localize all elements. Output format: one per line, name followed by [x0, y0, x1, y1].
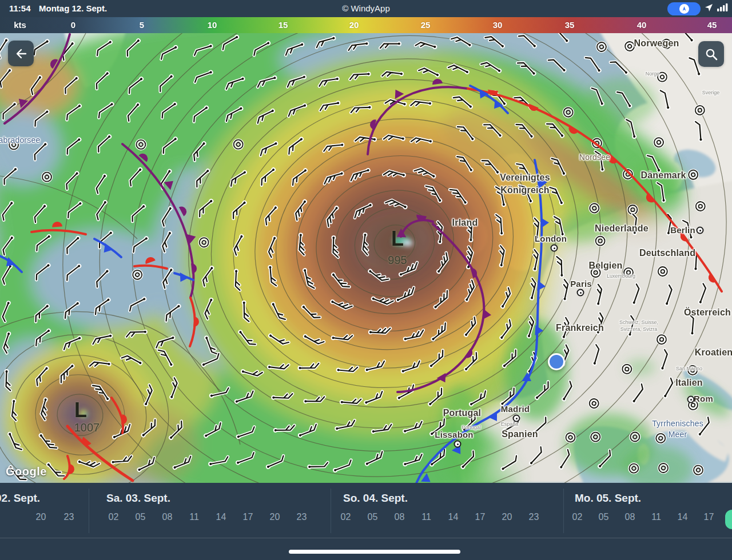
map-label-daenemark: Dänemark: [641, 169, 686, 182]
timeline-hour[interactable]: 23: [292, 512, 311, 522]
map-label-tyrrhenisches-meer: Tyrrhenisches Meer: [652, 418, 703, 440]
timeline-divider: [331, 489, 331, 533]
timeline-hour[interactable]: 14: [444, 512, 463, 522]
legend-tick: 40: [637, 20, 647, 30]
legend-tick: 25: [421, 20, 431, 30]
current-location-dot: [548, 353, 565, 370]
timeline-hour[interactable]: 11: [417, 512, 436, 522]
map-label-niederlande: Niederlande: [595, 222, 649, 235]
timeline-rule: [0, 538, 732, 538]
map-label-belgien: Belgien: [588, 259, 622, 272]
legend-tick: 0: [71, 20, 75, 30]
timeline-hour[interactable]: 17: [471, 512, 490, 522]
map-label-spanien: Spanien: [502, 428, 538, 441]
map-label-labradorsee: Labradorsee: [0, 135, 40, 146]
timeline-hour[interactable]: 14: [212, 512, 230, 522]
timeline-hour[interactable]: 17: [699, 512, 718, 522]
low-pressure-value: 995: [388, 254, 407, 267]
timeline-hour[interactable]: 20: [265, 512, 284, 522]
timeline-hour[interactable]: 02: [104, 512, 123, 522]
back-arrow-icon: [14, 47, 28, 61]
timeline-hour[interactable]: 08: [620, 512, 639, 522]
city-marker-lissabon: [454, 441, 462, 448]
map-label-norwegen: Norwegen: [634, 37, 679, 50]
map-canvas: .wout{stroke:#fff;stroke-width:5.5;fill:…: [0, 33, 732, 483]
app-title: © WindyApp: [0, 3, 732, 13]
map-label-paris: Paris: [570, 278, 592, 290]
map-label-norge: Norge: [646, 70, 660, 77]
timeline-hour[interactable]: 05: [363, 512, 382, 522]
low-pressure-symbol: L: [391, 227, 404, 251]
timeline-day: So. 04. Sept.: [343, 492, 408, 505]
timeline-day: Mo. 05. Sept.: [575, 492, 641, 505]
map-label-italien: Italien: [675, 377, 703, 389]
search-button[interactable]: [698, 41, 724, 67]
map-label-oesterreich: Österreich: [684, 306, 731, 319]
timeline-hour[interactable]: 05: [131, 512, 150, 522]
map-label-berlin: Berlin: [670, 225, 695, 236]
timeline-hour[interactable]: 11: [185, 512, 204, 522]
timeline-day: Sa. 03. Sept.: [106, 492, 170, 505]
timeline-hour[interactable]: 17: [238, 512, 257, 522]
timeline-hour[interactable]: 08: [158, 512, 177, 522]
map-label-nordsee: Nordsee: [579, 152, 610, 163]
legend-tick: 5: [140, 20, 144, 30]
legend-tick: 45: [707, 20, 717, 30]
timeline-hour[interactable]: 23: [524, 512, 543, 522]
legend-tick: 10: [208, 20, 217, 30]
status-icons: [667, 2, 729, 15]
cellular-signal-icon: [717, 3, 729, 14]
timeline-hour[interactable]: 23: [59, 512, 78, 522]
home-indicator[interactable]: [289, 550, 460, 554]
weather-map[interactable]: .wout{stroke:#fff;stroke-width:5.5;fill:…: [0, 33, 732, 483]
map-label-sverige: Sverige: [702, 89, 720, 96]
map-label-lissabon: Lissabon: [435, 429, 473, 441]
timeline-hour[interactable]: 02: [568, 512, 587, 522]
timeline-hour[interactable]: 02: [336, 512, 355, 522]
selected-time-indicator[interactable]: [725, 510, 732, 529]
timeline-divider: [89, 489, 89, 533]
timeline-hour[interactable]: 20: [31, 512, 50, 522]
location-arrow-icon: [705, 3, 713, 14]
timeline-divider: [563, 489, 564, 533]
legend-tick: 30: [493, 20, 503, 30]
timeline-hour[interactable]: 20: [498, 512, 516, 522]
city-marker-rom: [687, 396, 695, 403]
forecast-timeline[interactable]: 02. Sept. 20 23 Sa. 03. Sept. 02 05 08 1…: [0, 483, 732, 560]
map-label-kroatien: Kroatien: [695, 346, 732, 359]
timeline-day: 02. Sept.: [0, 492, 40, 505]
low-pressure-value: 1007: [74, 421, 100, 434]
map-label-luxembourg: Luxembourg: [607, 273, 635, 279]
timeline-hour[interactable]: 11: [647, 512, 666, 522]
map-label-san-marino: San Marino: [676, 365, 702, 372]
legend-tick: 35: [565, 20, 575, 30]
status-bar: 11:54 Montag 12. Sept. © WindyApp: [0, 0, 732, 17]
timeline-hour[interactable]: 14: [673, 512, 692, 522]
map-label-madrid: Madrid: [501, 403, 530, 415]
map-label-london: London: [535, 233, 567, 245]
google-logo: Google: [6, 465, 47, 478]
city-marker-berlin: [697, 227, 704, 234]
search-icon: [705, 47, 718, 61]
legend-unit: kts: [14, 20, 26, 30]
map-label-schweiz: Schweiz, Suisse, Svizzera, Svizra: [619, 319, 658, 333]
map-label-rom: Rom: [694, 393, 713, 405]
compass-arrow-icon: [679, 4, 689, 14]
city-marker-paris: [577, 289, 584, 297]
wind-speed-legend: kts 0 5 10 15 20 25 30 35 40 45: [0, 17, 732, 33]
map-label-vereinigtes-koenigreich: Vereinigtes Königreich: [500, 171, 550, 196]
timeline-hour[interactable]: 08: [390, 512, 409, 522]
city-marker-london: [551, 245, 558, 252]
map-label-irland: Irland: [452, 217, 478, 229]
low-pressure-symbol: L: [74, 398, 87, 422]
map-label-deutschland: Deutschland: [639, 247, 695, 259]
legend-tick: 20: [349, 20, 359, 30]
map-label-frankreich: Frankreich: [556, 322, 604, 334]
map-label-portugal: Portugal: [443, 407, 482, 419]
legend-tick: 15: [279, 20, 288, 30]
timeline-hour[interactable]: 05: [594, 512, 613, 522]
back-button[interactable]: [8, 41, 34, 66]
navigation-active-pill[interactable]: [667, 2, 701, 15]
city-marker-madrid: [513, 415, 520, 422]
